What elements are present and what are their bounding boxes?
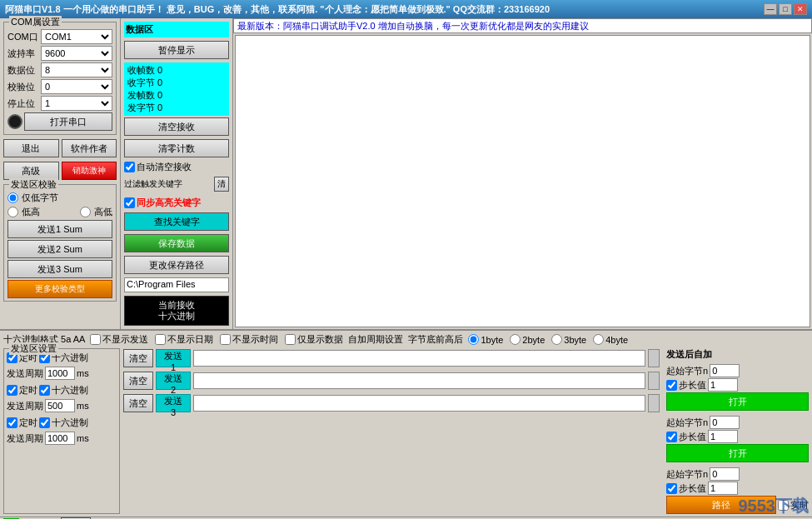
lo-hi-row: 低高 高低 <box>7 206 112 218</box>
byte-select-group: 字节底前高后 <box>408 333 463 346</box>
right-panel: 最新版本：阿猫串口调试助手V2.0 增加自动换脑，每一次更新优化都是网友的实用建… <box>233 18 812 329</box>
open1-button[interactable]: 打开 <box>666 392 809 411</box>
hex-display-button[interactable]: 当前接收 十六进制 <box>124 296 229 326</box>
start-byte3-label: 起始字节n <box>666 468 708 481</box>
send3-clear-button[interactable]: 清空 <box>123 394 153 412</box>
start-byte2-row: 起始字节n <box>666 416 809 429</box>
step2-checkbox[interactable] <box>666 432 677 442</box>
com-port-label: COM口 <box>7 31 39 43</box>
step3-label: 步长值 <box>679 482 706 495</box>
start-byte1-label: 起始字节n <box>666 365 708 377</box>
send3-sum-button[interactable]: 发送3 Sum <box>7 260 112 278</box>
databits-select[interactable]: 876 <box>41 62 112 77</box>
step1-checkbox[interactable] <box>666 380 677 391</box>
start-byte1-input[interactable] <box>710 364 740 377</box>
send2-sum-button[interactable]: 发送2 Sum <box>7 240 112 258</box>
send3-timed-checkbox[interactable] <box>7 417 17 428</box>
activation-button[interactable]: 销助激神 <box>62 162 117 180</box>
send2-period-input[interactable] <box>45 399 75 412</box>
send3-hex-checkbox[interactable] <box>39 417 50 428</box>
byte1-label: 1byte <box>481 335 503 345</box>
baud-select[interactable]: 960019200115200 <box>41 46 112 61</box>
send-inputs-area: 清空 发送1 清空 发送2 清空 发送3 <box>123 348 660 514</box>
send2-clear-button[interactable]: 清空 <box>123 372 153 390</box>
send3-period-input[interactable] <box>45 432 75 445</box>
clear-recv-button[interactable]: 清空接收 <box>124 117 229 136</box>
send-settings-label: 发送区设置 <box>9 342 58 355</box>
save-data-button[interactable]: 保存数据 <box>124 234 229 252</box>
byte-pos-label: 字节底前高后 <box>408 333 463 346</box>
send1-period-input[interactable] <box>45 367 75 380</box>
change-path-button[interactable]: 更改保存路径 <box>124 256 229 274</box>
byte4-radio[interactable] <box>593 334 604 345</box>
step3-checkbox[interactable] <box>666 483 677 494</box>
send3-button[interactable]: 发送3 <box>156 394 191 412</box>
more-checksum-button[interactable]: 更多校验类型 <box>7 280 112 298</box>
send1-button[interactable]: 发送1 <box>156 349 191 367</box>
start-byte3-input[interactable] <box>710 467 740 481</box>
send3-input[interactable] <box>193 395 645 412</box>
pause-display-button[interactable]: 暂停显示 <box>124 41 229 59</box>
send1-input[interactable] <box>193 350 645 367</box>
minimize-button[interactable]: — <box>764 3 777 15</box>
send1-scrollbar <box>648 349 660 367</box>
watermark-text: 9553下载 <box>739 495 810 517</box>
step2-input[interactable] <box>708 430 738 443</box>
byte3-radio[interactable] <box>551 334 562 345</box>
no-show-date-checkbox[interactable] <box>155 334 166 345</box>
send2-button[interactable]: 发送2 <box>156 372 191 390</box>
top-panels: COM属设置 COM口 COM1COM2COM3 波持率 96001920011… <box>0 18 812 329</box>
byte2-radio[interactable] <box>510 334 521 345</box>
filter-clear-button[interactable]: 清 <box>214 177 229 192</box>
parity-select[interactable]: 012 <box>41 79 112 94</box>
advanced-button[interactable]: 高级 <box>3 162 59 180</box>
no-show-time-option: 不显示时间 <box>220 333 278 346</box>
data-display-area[interactable] <box>235 35 810 327</box>
filter-row: 过滤触发关键字 清 <box>124 177 229 192</box>
lo-label: 低高 <box>22 206 40 218</box>
baud-label: 波持率 <box>7 47 39 60</box>
no-show-send-checkbox[interactable] <box>90 334 101 345</box>
open-port-button[interactable]: 打开串口 <box>24 112 112 131</box>
sync-highlight-row: 同步高亮关键字 <box>124 197 229 209</box>
maximize-button[interactable]: □ <box>779 3 792 15</box>
send1-clear-button[interactable]: 清空 <box>123 349 153 367</box>
exit-button[interactable]: 退出 <box>3 139 59 157</box>
lo-hi-radio[interactable] <box>7 207 18 217</box>
checksum-group: 发送区校验 仅低字节 低高 高低 发送1 Sum 发送2 Sum 发送3 Sum… <box>3 184 117 302</box>
send2-hex-checkbox[interactable] <box>39 385 50 396</box>
step3-input[interactable] <box>708 482 738 495</box>
low-byte-radio[interactable] <box>7 192 18 203</box>
open2-button[interactable]: 打开 <box>666 444 809 462</box>
title-bar: 阿猫串口V1.8 一个用心做的串口助手！ 意见，BUG，改善，其他，联系阿猫. … <box>0 0 812 18</box>
bottom-options-row: 十六进制格式 5a AA 不显示发送 不显示日期 不显示时间 仅显示数据 <box>3 333 809 346</box>
clear-count-button[interactable]: 清零计数 <box>124 139 229 157</box>
find-key-button[interactable]: 查找关键字 <box>124 212 229 231</box>
byte3-label: 3byte <box>564 335 586 345</box>
send1-sum-button[interactable]: 发送1 Sum <box>7 220 112 238</box>
close-button[interactable]: ✕ <box>794 3 807 15</box>
byte2-label: 2byte <box>522 335 545 345</box>
start-byte2-input[interactable] <box>710 416 740 429</box>
byte1-radio[interactable] <box>468 334 479 345</box>
data-area-header: 数据区 <box>124 22 229 37</box>
send3-hex-label: 十六进制 <box>52 417 88 429</box>
no-show-date-label: 不显示日期 <box>167 333 213 346</box>
auto-clear-checkbox[interactable] <box>124 162 135 172</box>
only-show-data-option: 仅显示数据 <box>285 333 343 346</box>
send2-timed-checkbox[interactable] <box>7 385 17 396</box>
save-path-text: C:\Program Files <box>124 277 229 292</box>
hi-radio[interactable] <box>80 207 91 217</box>
com-port-select[interactable]: COM1COM2COM3 <box>41 29 112 44</box>
send2-row: 清空 发送2 <box>123 371 660 391</box>
stopbits-select[interactable]: 12 <box>41 96 112 111</box>
no-show-time-checkbox[interactable] <box>220 334 231 345</box>
sync-highlight-checkbox[interactable] <box>124 197 135 208</box>
only-show-data-checkbox[interactable] <box>285 334 296 345</box>
step1-input[interactable] <box>708 378 738 392</box>
author-button[interactable]: 软件作者 <box>62 139 117 157</box>
send2-input[interactable] <box>193 372 645 389</box>
right-send-row1: 起始字节n 步长值 打开 <box>666 364 809 411</box>
parity-row: 校验位 012 <box>7 79 112 94</box>
no-show-date-option: 不显示日期 <box>155 333 213 346</box>
